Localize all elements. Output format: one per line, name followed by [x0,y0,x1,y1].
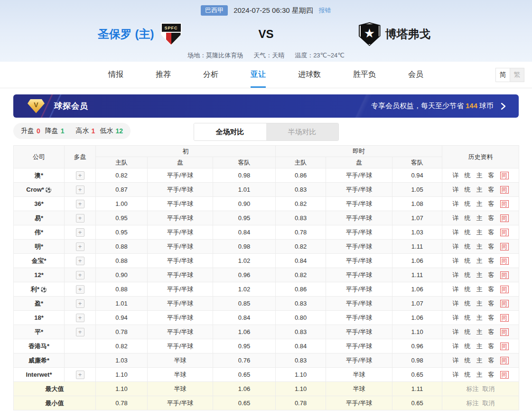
home-team-name[interactable]: 圣保罗 (主) [98,27,154,42]
history-link-4[interactable]: 同 [500,257,509,265]
history-link-4[interactable]: 同 [500,271,509,279]
history-link-0[interactable]: 详 [453,300,459,307]
history-link-0[interactable]: 详 [453,271,459,279]
history-link-0[interactable]: 详 [453,371,459,378]
summary-action-0[interactable]: 标注 [467,385,479,392]
history-link-3[interactable]: 客 [488,328,495,335]
history-link-2[interactable]: 主 [476,243,483,250]
history-link-2[interactable]: 主 [476,286,483,293]
lang-traditional-button[interactable]: 繁 [510,68,524,82]
history-link-1[interactable]: 统 [465,243,471,250]
history-link-1[interactable]: 统 [465,357,471,364]
history-link-4[interactable]: 同 [500,300,509,307]
history-link-4[interactable]: 同 [500,286,509,293]
history-link-0[interactable]: 详 [453,172,459,179]
nav-tab-1[interactable]: 推荐 [156,62,171,88]
history-link-3[interactable]: 客 [488,343,495,350]
history-link-1[interactable]: 统 [465,343,471,350]
half-match-toggle[interactable]: 半场对比 [266,123,338,140]
history-link-3[interactable]: 客 [488,172,495,179]
nav-tab-4[interactable]: 进球数 [298,62,321,88]
history-link-0[interactable]: 详 [453,328,459,335]
expand-multi-button[interactable]: + [76,328,84,336]
history-link-1[interactable]: 统 [465,172,471,179]
history-link-0[interactable]: 详 [453,186,459,193]
history-link-2[interactable]: 主 [476,357,483,364]
history-link-1[interactable]: 统 [465,200,471,207]
history-link-4[interactable]: 同 [500,314,509,322]
vip-banner[interactable]: V 球探会员 专享会员权益，每天至少节省144球币 [13,94,519,118]
history-link-3[interactable]: 客 [488,357,495,364]
history-link-3[interactable]: 客 [488,314,495,321]
summary-action-0[interactable]: 标注 [467,399,479,407]
history-link-2[interactable]: 主 [476,343,483,350]
nav-tab-2[interactable]: 分析 [203,62,218,88]
history-link-0[interactable]: 详 [453,314,459,321]
expand-multi-button[interactable]: + [76,285,84,294]
history-link-3[interactable]: 客 [488,243,495,250]
expand-multi-button[interactable]: + [76,214,84,223]
history-link-0[interactable]: 详 [453,243,459,250]
lang-simplified-button[interactable]: 简 [495,68,510,82]
history-link-0[interactable]: 详 [453,214,459,222]
history-link-3[interactable]: 客 [488,200,495,207]
history-link-3[interactable]: 客 [488,257,495,264]
history-link-1[interactable]: 统 [465,371,471,378]
history-link-4[interactable]: 同 [500,243,509,251]
history-link-1[interactable]: 统 [465,257,471,264]
history-link-1[interactable]: 统 [465,214,471,222]
history-link-2[interactable]: 主 [476,314,483,321]
history-link-3[interactable]: 客 [488,186,495,193]
expand-multi-button[interactable]: + [76,371,84,379]
history-link-3[interactable]: 客 [488,286,495,293]
away-team-name[interactable]: 博塔弗戈 [385,27,431,42]
history-link-3[interactable]: 客 [488,214,495,222]
expand-multi-button[interactable]: + [76,186,84,194]
history-link-3[interactable]: 客 [488,271,495,279]
history-link-2[interactable]: 主 [476,271,483,279]
summary-action-1[interactable]: 取消 [483,385,495,392]
league-badge[interactable]: 巴西甲 [201,5,228,16]
history-link-0[interactable]: 详 [453,257,459,264]
history-link-2[interactable]: 主 [476,257,483,264]
history-link-2[interactable]: 主 [476,328,483,335]
expand-multi-button[interactable]: + [76,257,84,265]
report-error-link[interactable]: 报错 [319,6,331,15]
expand-multi-button[interactable]: + [76,228,84,237]
history-link-2[interactable]: 主 [476,229,483,236]
history-link-4[interactable]: 同 [500,172,509,179]
history-link-4[interactable]: 同 [500,200,509,208]
history-link-2[interactable]: 主 [476,214,483,222]
history-link-3[interactable]: 客 [488,371,495,378]
expand-multi-button[interactable]: + [76,200,84,208]
expand-multi-button[interactable]: + [76,242,84,251]
history-link-0[interactable]: 详 [453,343,459,350]
history-link-4[interactable]: 同 [500,328,509,336]
history-link-2[interactable]: 主 [476,200,483,207]
nav-tab-6[interactable]: 会员 [408,62,423,88]
nav-tab-0[interactable]: 情报 [108,62,123,88]
history-link-4[interactable]: 同 [500,343,509,350]
expand-multi-button[interactable]: + [76,299,84,308]
nav-tab-5[interactable]: 胜平负 [353,62,376,88]
history-link-1[interactable]: 统 [465,186,471,193]
history-link-1[interactable]: 统 [465,229,471,236]
history-link-4[interactable]: 同 [500,214,509,222]
nav-tab-3[interactable]: 亚让 [251,62,266,88]
history-link-2[interactable]: 主 [476,172,483,179]
history-link-2[interactable]: 主 [476,371,483,378]
history-link-4[interactable]: 同 [500,186,509,194]
history-link-1[interactable]: 统 [465,271,471,279]
history-link-3[interactable]: 客 [488,229,495,236]
history-link-4[interactable]: 同 [500,371,509,379]
expand-multi-button[interactable]: + [76,314,84,322]
history-link-1[interactable]: 统 [465,328,471,335]
history-link-1[interactable]: 统 [465,314,471,321]
history-link-3[interactable]: 客 [488,300,495,307]
history-link-0[interactable]: 详 [453,357,459,364]
history-link-1[interactable]: 统 [465,286,471,293]
summary-action-1[interactable]: 取消 [483,399,495,407]
expand-multi-button[interactable]: + [76,271,84,279]
full-match-toggle[interactable]: 全场对比 [194,123,266,140]
history-link-0[interactable]: 详 [453,286,459,293]
